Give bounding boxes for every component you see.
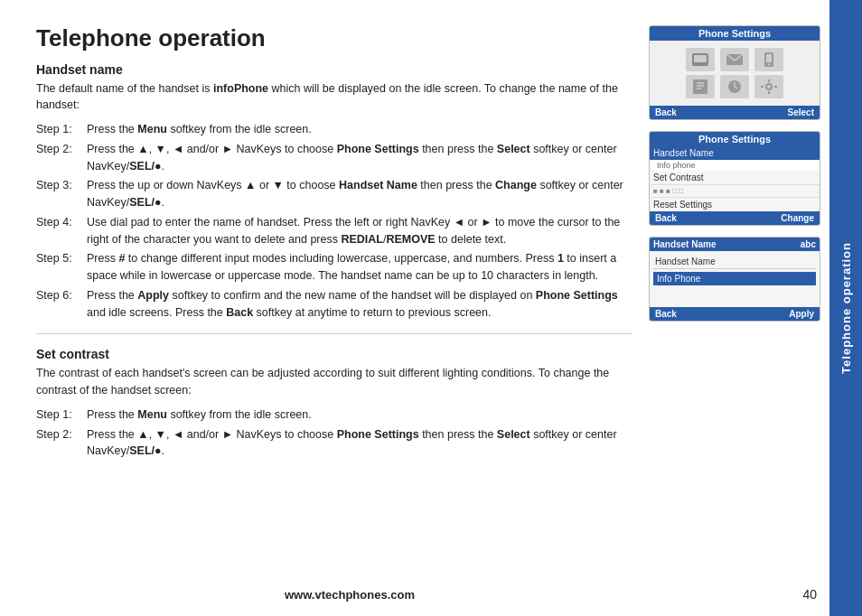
clock-icon-svg: [726, 79, 744, 95]
svg-rect-6: [693, 79, 707, 94]
handset-step-4: Step 4: Use dial pad to enter the name o…: [36, 214, 632, 248]
handset-icon-svg: [760, 51, 778, 68]
screen3-field-label: Handset Name: [653, 255, 816, 269]
step-6-label: Step 6:: [36, 287, 87, 322]
screen1-select: Select: [788, 107, 814, 117]
step-3-text: Press the up or down NavKeys ▲ or ▼ to c…: [87, 177, 632, 211]
phone-panel: Phone Settings: [649, 25, 829, 616]
svg-rect-17: [761, 86, 764, 88]
handset-step-6: Step 6: Press the Apply softkey to confi…: [36, 287, 632, 322]
svg-point-5: [768, 63, 770, 65]
svg-rect-4: [766, 54, 772, 62]
handset-step-1: Step 1: Press the Menu softkey from the …: [36, 121, 632, 138]
screen1-softkeys: Back Select: [650, 106, 820, 119]
screen2-back: Back: [655, 213, 677, 223]
settings-icon-svg: [760, 79, 778, 95]
step-1-text: Press the Menu softkey from the idle scr…: [87, 121, 632, 138]
step-2-label: Step 2:: [36, 141, 87, 175]
screen2-info-phone: Info phone: [650, 160, 820, 171]
screen3-header-left: Handset Name: [653, 239, 716, 249]
step-5-label: Step 5:: [36, 250, 87, 285]
set-contrast-title: Set contrast: [36, 347, 632, 361]
step-5-text: Press # to change different input modes …: [87, 250, 632, 285]
side-tab: Telephone operation: [829, 0, 862, 616]
step-3-label: Step 3:: [36, 177, 87, 211]
screen2-softkeys: Back Change: [650, 211, 820, 225]
screen3-spacer: [653, 289, 816, 303]
phone-screen-3: Handset Name abc Handset Name Info Phone…: [649, 237, 820, 322]
screen3-body: Handset Name Info Phone: [650, 251, 820, 307]
icon-phone-settings-4: [686, 75, 715, 98]
phone-icon-svg: [690, 51, 710, 68]
phone-screen-2: Phone Settings Handset Name Info phone S…: [649, 131, 820, 226]
screen3-header-right: abc: [801, 239, 816, 249]
svg-rect-2: [698, 64, 703, 66]
c-step-2-label: Step 2:: [36, 426, 87, 461]
handset-intro: The default name of the handset is infoP…: [36, 80, 632, 115]
screen3-apply: Apply: [789, 309, 814, 319]
screen2-body: Handset Name Info phone Set Contrast ■ ■…: [650, 146, 820, 211]
step-4-label: Step 4:: [36, 214, 87, 248]
step-4-text: Use dial pad to enter the name of handse…: [87, 214, 632, 248]
screen3-header: Handset Name abc: [650, 238, 820, 251]
c-step-1-label: Step 1:: [36, 406, 87, 424]
screen2-change: Change: [781, 213, 814, 223]
page-number: 40: [802, 587, 817, 602]
screen3-field-value: Info Phone: [653, 272, 816, 285]
svg-rect-18: [774, 86, 777, 88]
svg-rect-16: [768, 91, 770, 94]
screen2-header: Phone Settings: [650, 132, 820, 146]
page-title: Telephone operation: [36, 25, 632, 51]
book-icon-svg: [691, 79, 709, 95]
handset-step-5: Step 5: Press # to change different inpu…: [36, 250, 632, 285]
side-tab-text: Telephone operation: [839, 242, 853, 374]
screen2-handset-name: Handset Name: [653, 148, 714, 158]
c-step-1-text: Press the Menu softkey from the idle scr…: [87, 406, 632, 424]
contrast-step-2: Step 2: Press the ▲, ▼, ◄ and/or ► NavKe…: [36, 426, 632, 461]
svg-rect-1: [694, 55, 707, 62]
svg-point-14: [767, 85, 771, 89]
icon-phone-settings-5: [720, 75, 749, 98]
contrast-steps-list: Step 1: Press the Menu softkey from the …: [36, 406, 632, 460]
icon-phone-settings-1: [686, 48, 715, 71]
icon-phone-settings-6: [754, 75, 783, 98]
envelope-icon-svg: [726, 51, 744, 68]
handset-step-2: Step 2: Press the ▲, ▼, ◄ and/or ► NavKe…: [36, 141, 632, 175]
screen3-softkeys: Back Apply: [650, 307, 820, 321]
set-contrast-intro: The contrast of each handset's screen ca…: [36, 365, 632, 399]
svg-rect-15: [768, 79, 770, 82]
screen3-back: Back: [655, 309, 677, 319]
icon-phone-settings-2: [720, 48, 749, 71]
screen2-set-contrast: Set Contrast: [650, 171, 820, 185]
screen2-item-1-selected: Handset Name: [650, 146, 820, 160]
handset-step-3: Step 3: Press the up or down NavKeys ▲ o…: [36, 177, 632, 211]
icon-phone-settings-3: [754, 48, 783, 71]
screen2-reset: Reset Settings: [650, 198, 820, 211]
screen1-body: [650, 41, 820, 106]
screen1-back: Back: [655, 107, 677, 117]
divider: [36, 333, 632, 334]
contrast-step-1: Step 1: Press the Menu softkey from the …: [36, 406, 632, 424]
screen2-dots-row: ■ ■ ■ □ □: [650, 185, 820, 198]
handset-steps-list: Step 1: Press the Menu softkey from the …: [36, 121, 632, 321]
step-2-text: Press the ▲, ▼, ◄ and/or ► NavKeys to ch…: [87, 141, 632, 175]
handset-section-title: Handset name: [36, 62, 632, 77]
c-step-2-text: Press the ▲, ▼, ◄ and/or ► NavKeys to ch…: [87, 426, 632, 461]
step-6-text: Press the Apply softkey to confirm and t…: [87, 287, 632, 322]
footer-url: www.vtechphones.com: [36, 588, 663, 602]
step-1-label: Step 1:: [36, 121, 87, 138]
screen1-header: Phone Settings: [650, 26, 820, 41]
phone-screen-1: Phone Settings: [649, 25, 820, 120]
